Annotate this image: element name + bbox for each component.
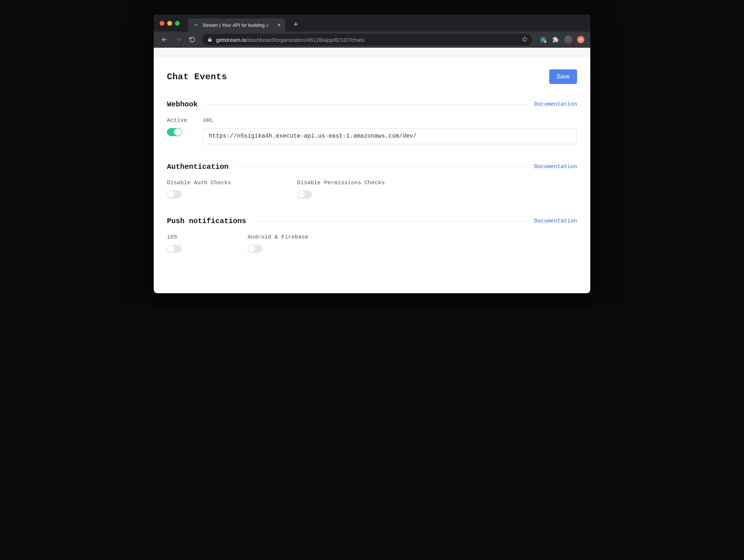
update-badge-icon[interactable] <box>576 34 586 45</box>
back-button[interactable] <box>158 33 171 46</box>
section-body-webhook: Active URL <box>167 117 577 144</box>
tab-title: Stream | Your API for building a <box>203 22 273 28</box>
url-text: getstream.io/dashboard/organization/4612… <box>216 37 364 43</box>
webhook-url-label: URL <box>203 117 577 124</box>
section-header-webhook: Webhook Documentation <box>167 100 577 109</box>
maximize-window-button[interactable] <box>175 21 180 26</box>
disable-auth-label: Disable Auth Checks <box>167 180 231 186</box>
reload-button[interactable] <box>186 33 198 46</box>
doc-link-webhook[interactable]: Documentation <box>534 101 577 108</box>
section-header-push: Push notifications Documentation <box>167 217 577 225</box>
svg-point-3 <box>543 39 543 40</box>
disable-auth-toggle[interactable] <box>167 190 182 199</box>
grey-strip <box>154 48 590 57</box>
stream-favicon-icon <box>193 22 199 28</box>
extensions-icon[interactable] <box>551 34 561 45</box>
toolbar-right <box>538 34 586 45</box>
webhook-url-col: URL <box>203 117 577 144</box>
tab-strip: Stream | Your API for building a ✕ + <box>154 15 590 32</box>
push-ios-toggle[interactable] <box>167 245 182 253</box>
save-button[interactable]: Save <box>549 69 577 84</box>
auth-disable-auth-col: Disable Auth Checks <box>167 180 231 199</box>
page-title: Chat Events <box>167 72 227 82</box>
browser-toolbar: getstream.io/dashboard/organization/4612… <box>154 32 590 48</box>
section-title-push: Push notifications <box>167 217 246 225</box>
push-android-label: Android & Firebase <box>248 234 309 240</box>
doc-link-push[interactable]: Documentation <box>534 218 577 224</box>
disable-perm-label: Disable Permissions Checks <box>297 180 385 186</box>
browser-window: Stream | Your API for building a ✕ + get… <box>154 15 590 293</box>
push-android-toggle[interactable] <box>248 245 262 253</box>
push-android-col: Android & Firebase <box>248 234 309 253</box>
section-title-auth: Authentication <box>167 163 229 171</box>
page-header: Chat Events Save <box>167 69 577 84</box>
forward-button[interactable] <box>172 33 185 46</box>
window-controls <box>160 21 180 26</box>
page-content: Chat Events Save Webhook Documentation A… <box>154 57 590 293</box>
close-tab-icon[interactable]: ✕ <box>277 22 281 28</box>
section-body-auth: Disable Auth Checks Disable Permissions … <box>167 180 577 199</box>
close-window-button[interactable] <box>160 21 164 26</box>
doc-link-auth[interactable]: Documentation <box>534 164 577 170</box>
address-bar[interactable]: getstream.io/dashboard/organization/4612… <box>202 34 532 46</box>
minimize-window-button[interactable] <box>167 21 172 26</box>
webhook-active-label: Active <box>167 117 187 124</box>
disable-perm-toggle[interactable] <box>297 190 312 199</box>
divider <box>253 221 528 221</box>
react-devtools-icon[interactable] <box>538 34 548 45</box>
section-header-auth: Authentication Documentation <box>167 163 577 171</box>
section-body-push: iOS Android & Firebase <box>167 234 577 253</box>
browser-tab[interactable]: Stream | Your API for building a ✕ <box>188 18 285 32</box>
section-push: Push notifications Documentation iOS And… <box>167 217 577 253</box>
new-tab-button[interactable]: + <box>290 19 302 29</box>
section-auth: Authentication Documentation Disable Aut… <box>167 163 577 199</box>
lock-icon <box>207 37 212 42</box>
bookmark-star-icon[interactable] <box>521 36 528 44</box>
push-ios-col: iOS <box>167 234 182 253</box>
divider <box>204 104 528 105</box>
section-webhook: Webhook Documentation Active URL <box>167 100 577 144</box>
divider <box>235 167 528 167</box>
section-title-webhook: Webhook <box>167 100 198 109</box>
webhook-active-toggle[interactable] <box>167 128 182 136</box>
push-ios-label: iOS <box>167 234 182 240</box>
auth-disable-perm-col: Disable Permissions Checks <box>297 180 385 199</box>
profile-avatar[interactable] <box>563 34 573 45</box>
webhook-active-col: Active <box>167 117 187 144</box>
webhook-url-input[interactable] <box>203 128 577 144</box>
